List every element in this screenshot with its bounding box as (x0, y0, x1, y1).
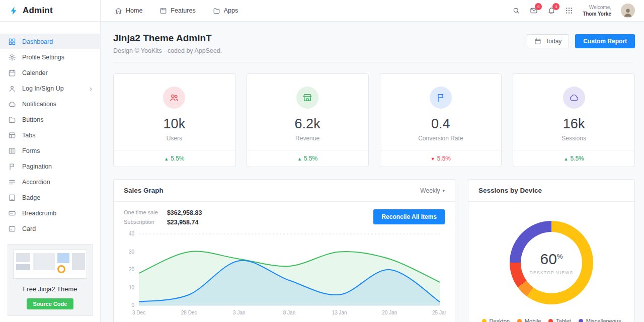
sidebar-item-profile-settings[interactable]: Profile Settings (0, 49, 100, 65)
avatar[interactable] (621, 4, 635, 18)
sidebar-item-buttons[interactable]: Buttons (0, 112, 100, 127)
svg-text:40: 40 (129, 231, 135, 236)
messages-count-badge: 9 (535, 3, 542, 10)
trend-arrow-icon: ▲ (297, 156, 302, 162)
brand-logo[interactable]: Admint (0, 0, 100, 22)
sidebar-item-label: Card (22, 225, 36, 232)
sessions-donut-chart: 60% DESKTOP VIEWS (510, 221, 593, 304)
messages-button[interactable]: 9 (530, 7, 538, 15)
source-code-button[interactable]: Source Code (27, 298, 74, 309)
sidebar-item-dashboard[interactable]: Dashboard (0, 34, 100, 49)
sidebar-item-forms[interactable]: Forms (0, 143, 100, 158)
trend-arrow-icon: ▲ (564, 156, 568, 162)
legend-item-mobile: Mobile (517, 318, 541, 322)
legend-dot (548, 319, 553, 322)
sidebar-item-pagination[interactable]: Pagination (0, 158, 100, 174)
promo-title: Free Jinja2 Theme (13, 285, 87, 293)
sidebar-item-label: Profile Settings (22, 54, 64, 61)
calendar-icon (8, 69, 16, 77)
sidebar-item-badge[interactable]: Badge (0, 190, 100, 205)
svg-text:30: 30 (129, 249, 135, 255)
notifications-count-badge: 3 (552, 3, 559, 10)
svg-text:10: 10 (129, 285, 135, 290)
card-icon (8, 225, 16, 233)
custom-report-button[interactable]: Custom Report (575, 34, 635, 48)
today-button-label: Today (545, 38, 561, 45)
legend-dot (482, 319, 487, 322)
chevron-down-icon: ▾ (442, 188, 445, 193)
search-button[interactable] (512, 7, 520, 15)
notifications-button[interactable]: 3 (547, 7, 555, 15)
table-icon (8, 131, 16, 139)
sales-graph-title: Sales Graph (124, 187, 164, 194)
page-header: Jinja2 Theme AdminT Design © YooKits - c… (113, 33, 635, 54)
stat-value: 6.2k (247, 116, 368, 132)
donut-legend: Desktop Mobile Tablet Miscellaneous (482, 318, 621, 322)
window-icon (159, 7, 167, 15)
stats-row: 10k Users ▲5.5% 6.2k Revenue ▲5.5% (113, 73, 635, 167)
page-title: Jinja2 Theme AdminT (113, 33, 222, 44)
svg-text:0: 0 (131, 302, 134, 308)
one-time-sale-value: $362,958.83 (167, 209, 202, 216)
sidebar-item-label: Log In/Sign Up (22, 85, 64, 92)
sidebar-item-breadcrumb[interactable]: Breadcrumb (0, 205, 100, 221)
sidebar-item-notifications[interactable]: Notifications (0, 96, 100, 112)
sidebar-item-calender[interactable]: Calender (0, 65, 100, 80)
divider (113, 62, 635, 62)
bolt-icon (9, 6, 19, 16)
promo-thumbnail (13, 250, 87, 279)
stat-change: ▲5.5% (247, 150, 368, 167)
top-navbar: Home Features Apps 9 3 (101, 0, 644, 22)
cloud-icon (563, 87, 585, 109)
legend-dot (579, 319, 583, 322)
subscription-value: $23,958.74 (167, 219, 202, 226)
folder-icon (8, 116, 16, 124)
badge-icon (8, 194, 16, 202)
trend-arrow-icon: ▲ (164, 156, 169, 162)
flag-icon (8, 163, 16, 171)
nav-item-features[interactable]: Features (159, 7, 195, 15)
svg-text:3 Dec: 3 Dec (132, 310, 145, 315)
reconcile-all-items-button[interactable]: Reconcile All Items (373, 209, 445, 224)
sidebar-item-tabs[interactable]: Tabs (0, 127, 100, 143)
columns-icon (8, 147, 16, 155)
donut-center-label: DESKTOP VIEWS (530, 270, 574, 275)
sidebar-nav: Dashboard Profile Settings Calender Log … (0, 22, 100, 239)
flag-icon (430, 87, 452, 109)
sidebar-item-card[interactable]: Card (0, 221, 100, 236)
one-time-sale-label: One time sale (124, 209, 158, 216)
stat-label: Users (114, 135, 235, 142)
legend-item-desktop: Desktop (482, 318, 510, 322)
svg-text:20: 20 (129, 267, 135, 272)
stat-card-conversion-rate: 0.4 Conversion Rate ▼5.5% (380, 73, 502, 167)
sidebar-item-login-signup[interactable]: Log In/Sign Up › (0, 80, 100, 96)
apps-grid-button[interactable] (565, 7, 573, 15)
search-icon (512, 7, 520, 15)
svg-text:3 Jan: 3 Jan (233, 310, 245, 315)
sidebar-item-label: Badge (22, 194, 40, 201)
today-button[interactable]: Today (527, 34, 569, 48)
stat-change: ▲5.5% (114, 150, 235, 167)
svg-text:13 Jan: 13 Jan (332, 310, 347, 315)
stat-card-sessions: 16k Sessions ▲5.5% (513, 73, 635, 167)
period-selector[interactable]: Weekly ▾ (420, 187, 445, 194)
sidebar-item-label: Breadcrumb (22, 210, 56, 217)
nav-item-apps[interactable]: Apps (213, 7, 238, 15)
sales-graph-card: Sales Graph Weekly ▾ One time sale $362,… (113, 179, 455, 322)
user-icon (8, 85, 16, 93)
app-root: Admint Dashboard Profile Settings Calend… (0, 0, 644, 322)
nav-item-home[interactable]: Home (115, 7, 142, 15)
welcome-greeting: Welcome, (589, 5, 611, 10)
list-icon (8, 178, 16, 186)
grid-icon (565, 7, 573, 15)
nav-label: Features (171, 7, 195, 14)
stat-change: ▼5.5% (380, 150, 502, 167)
sidebar-item-label: Pagination (22, 163, 52, 170)
svg-text:28 Dec: 28 Dec (181, 310, 197, 315)
stat-label: Conversion Rate (380, 135, 502, 142)
sidebar-item-label: Forms (22, 147, 40, 154)
stat-value: 10k (114, 116, 235, 132)
stat-card-users: 10k Users ▲5.5% (113, 73, 235, 167)
sidebar-item-accordion[interactable]: Accordion (0, 174, 100, 190)
person-icon (622, 7, 633, 18)
